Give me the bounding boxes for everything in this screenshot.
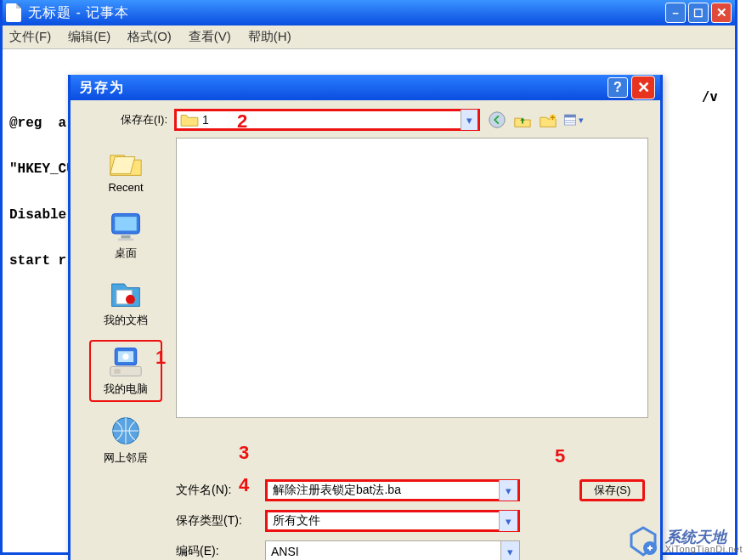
editor-line: "HKEY_CU — [9, 161, 75, 177]
menu-format[interactable]: 格式(O) — [127, 29, 172, 45]
svg-rect-9 — [118, 239, 133, 241]
place-mycomputer[interactable]: 我的电脑 — [89, 340, 162, 402]
dialog-mid: Recent 桌面 我的文档 — [82, 138, 648, 472]
dialog-close-button[interactable]: ✕ — [631, 76, 655, 99]
save-button[interactable]: 保存(S) — [579, 479, 645, 501]
menu-view[interactable]: 查看(V) — [189, 29, 231, 45]
places-bar: Recent 桌面 我的文档 — [82, 138, 169, 472]
filetype-value: 所有文件 — [268, 513, 499, 529]
dialog-titlebar: 另存为 ? ✕ — [71, 75, 660, 100]
svg-rect-8 — [122, 235, 131, 239]
menubar: 文件(F) 编辑(E) 格式(O) 查看(V) 帮助(H) — [3, 25, 735, 49]
encoding-row: 编码(E): ANSI ▾ — [176, 540, 648, 560]
window-title: 无标题 - 记事本 — [28, 4, 665, 22]
filename-dropdown-arrow[interactable]: ▾ — [499, 480, 517, 501]
dialog-title: 另存为 — [76, 79, 608, 97]
svg-point-14 — [122, 354, 128, 359]
view-mode-icon[interactable]: ▾ — [563, 110, 584, 130]
notepad-icon — [6, 3, 21, 22]
location-dropdown-arrow[interactable]: ▾ — [461, 110, 478, 130]
window-controls: − ☐ ✕ — [665, 3, 732, 23]
svg-point-0 — [489, 112, 505, 127]
filetype-label: 保存类型(T): — [176, 513, 257, 529]
svg-rect-3 — [564, 115, 575, 117]
annotation-1: 1 — [155, 347, 166, 369]
watermark-line2: XiTongTianDi.net — [665, 545, 743, 554]
new-folder-icon[interactable] — [538, 110, 558, 130]
maximize-button[interactable]: ☐ — [688, 3, 709, 23]
location-combo[interactable]: 1 ▾ — [174, 109, 480, 131]
watermark: 系统天地 XiTongTianDi.net — [626, 524, 743, 558]
editor-tail: /v — [702, 88, 718, 105]
up-icon[interactable] — [512, 110, 533, 130]
menu-edit[interactable]: 编辑(E) — [68, 29, 110, 45]
menu-file[interactable]: 文件(F) — [9, 29, 51, 45]
menu-help[interactable]: 帮助(H) — [248, 29, 291, 45]
folder-icon — [180, 112, 199, 127]
filetype-dropdown-arrow[interactable]: ▾ — [499, 511, 517, 531]
filetype-combo[interactable]: 所有文件 ▾ — [265, 510, 520, 532]
place-desktop[interactable]: 桌面 — [89, 206, 162, 264]
place-label: 我的电脑 — [104, 382, 148, 397]
editor-line: start r — [9, 253, 75, 269]
watermark-text: 系统天地 XiTongTianDi.net — [665, 529, 743, 554]
mydocs-icon — [107, 276, 144, 310]
place-label: 网上邻居 — [104, 450, 148, 466]
filetype-row: 保存类型(T): 所有文件 ▾ — [176, 510, 648, 532]
annotation-5: 5 — [555, 445, 565, 467]
dialog-body: 保存在(I): 1 ▾ ▾ — [71, 100, 660, 560]
recent-icon — [107, 144, 144, 178]
annotation-4: 4 — [239, 474, 249, 496]
encoding-label: 编码(E): — [176, 544, 257, 559]
annotation-2: 2 — [237, 110, 247, 133]
nav-icons: ▾ — [487, 110, 584, 130]
editor-line: Disable — [9, 207, 75, 223]
desktop-icon — [107, 209, 144, 243]
file-list[interactable] — [176, 138, 648, 418]
place-recent[interactable]: Recent — [89, 141, 162, 197]
mycomputer-icon — [107, 345, 144, 379]
back-icon[interactable] — [487, 110, 507, 130]
place-label: 我的文档 — [104, 313, 148, 328]
filename-combo[interactable]: ▾ — [265, 479, 520, 501]
place-mydocs[interactable]: 我的文档 — [89, 273, 162, 331]
svg-point-11 — [126, 295, 135, 304]
help-button[interactable]: ? — [608, 77, 628, 98]
minimize-button[interactable]: − — [665, 3, 686, 23]
encoding-combo[interactable]: ANSI ▾ — [265, 540, 520, 560]
close-button[interactable]: ✕ — [711, 3, 732, 23]
watermark-icon — [626, 524, 660, 558]
svg-rect-7 — [115, 217, 136, 230]
editor-line: @reg a — [9, 116, 75, 131]
place-network[interactable]: 网上邻居 — [89, 410, 162, 469]
network-icon — [107, 414, 144, 448]
annotation-3: 3 — [239, 442, 249, 464]
save-in-label: 保存在(I): — [82, 112, 167, 127]
encoding-value: ANSI — [266, 545, 500, 558]
main-titlebar: 无标题 - 记事本 − ☐ ✕ — [3, 0, 735, 25]
place-label: 桌面 — [115, 246, 137, 261]
place-label: Recent — [108, 181, 143, 194]
svg-rect-16 — [114, 369, 120, 373]
save-in-row: 保存在(I): 1 ▾ ▾ — [82, 109, 648, 131]
watermark-line1: 系统天地 — [665, 529, 743, 545]
save-as-dialog: 另存为 ? ✕ 保存在(I): 1 ▾ — [68, 75, 663, 560]
filename-input[interactable] — [268, 484, 499, 497]
encoding-dropdown-arrow[interactable]: ▾ — [500, 541, 519, 560]
chevron-down-icon: ▾ — [579, 115, 584, 126]
